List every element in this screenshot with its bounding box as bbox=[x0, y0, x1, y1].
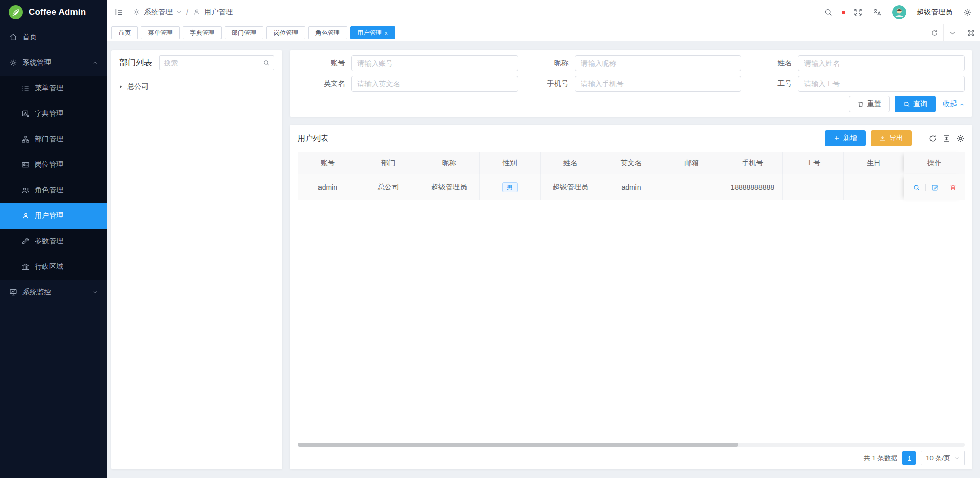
dept-panel: 部门列表 总公司 bbox=[111, 50, 282, 469]
table-toolbar: 用户列表 新增 导出 bbox=[290, 125, 972, 152]
tab-dict-mgmt[interactable]: 字典管理 bbox=[183, 26, 222, 39]
en-name-input[interactable] bbox=[351, 76, 518, 92]
sidebar-item-param-mgmt[interactable]: 参数管理 bbox=[0, 229, 107, 254]
horizontal-scrollbar[interactable] bbox=[298, 443, 965, 447]
column-header-nickname[interactable]: 昵称 bbox=[419, 152, 480, 174]
edit-icon[interactable] bbox=[931, 184, 939, 191]
tree-node-root[interactable]: 总公司 bbox=[111, 76, 282, 97]
row-height-icon[interactable] bbox=[942, 134, 951, 143]
cell-birthday bbox=[844, 174, 904, 200]
dept-search-input[interactable] bbox=[159, 55, 259, 70]
sidebar-item-region-mgmt[interactable]: 行政区域 bbox=[0, 254, 107, 280]
right-column: 账号 昵称 姓名 英文名 bbox=[290, 50, 972, 469]
app-logo: Coffee Admin bbox=[0, 0, 107, 24]
add-button[interactable]: 新增 bbox=[825, 130, 866, 146]
export-button[interactable]: 导出 bbox=[871, 130, 912, 146]
cell-job-no bbox=[783, 174, 844, 200]
chevron-down-icon bbox=[954, 456, 960, 461]
account-input[interactable] bbox=[351, 55, 518, 71]
chevron-down-icon bbox=[92, 289, 98, 295]
username-label[interactable]: 超级管理员 bbox=[917, 8, 952, 17]
sidebar-item-system-mgmt[interactable]: 系统管理 bbox=[0, 50, 107, 76]
divider bbox=[920, 134, 920, 143]
translate-icon[interactable] bbox=[873, 8, 882, 17]
caret-right-icon[interactable] bbox=[118, 84, 124, 89]
column-header-account[interactable]: 账号 bbox=[298, 152, 358, 174]
query-button[interactable]: 查询 bbox=[895, 96, 936, 112]
avatar[interactable] bbox=[892, 5, 906, 19]
wrench-icon bbox=[21, 237, 30, 245]
tab-role-mgmt[interactable]: 角色管理 bbox=[308, 26, 347, 39]
scrollbar-thumb[interactable] bbox=[298, 443, 738, 447]
column-header-email[interactable]: 邮箱 bbox=[662, 152, 722, 174]
cell-email bbox=[662, 174, 722, 200]
column-header-birthday[interactable]: 生日 bbox=[844, 152, 904, 174]
view-icon[interactable] bbox=[913, 184, 920, 191]
dept-panel-title: 部门列表 bbox=[119, 58, 152, 68]
user-table: 账号 部门 昵称 性别 姓名 英文名 邮箱 手机号 工号 生日 操作 bbox=[298, 152, 965, 200]
search-icon[interactable] bbox=[824, 8, 833, 17]
menu-fold-icon[interactable] bbox=[114, 8, 124, 17]
column-header-phone[interactable]: 手机号 bbox=[722, 152, 783, 174]
cell-name: 超级管理员 bbox=[541, 174, 601, 200]
table-row[interactable]: admin 总公司 超级管理员 男 超级管理员 admin 1888888888… bbox=[298, 174, 965, 200]
page-size-select[interactable]: 10 条/页 bbox=[921, 451, 965, 465]
id-card-icon bbox=[21, 161, 30, 169]
settings-gear-icon[interactable] bbox=[963, 8, 972, 17]
tab-close-icon[interactable]: x bbox=[385, 30, 388, 36]
reset-button[interactable]: 重置 bbox=[849, 96, 890, 112]
tree-node-label: 总公司 bbox=[127, 82, 149, 91]
search-icon bbox=[903, 100, 910, 108]
sidebar-item-user-mgmt[interactable]: 用户管理 bbox=[0, 203, 107, 229]
collapse-link[interactable]: 收起 bbox=[943, 99, 965, 109]
maximize-icon[interactable] bbox=[962, 24, 980, 41]
column-header-dept[interactable]: 部门 bbox=[358, 152, 419, 174]
phone-input[interactable] bbox=[575, 76, 742, 92]
bank-icon bbox=[21, 263, 30, 271]
column-header-job-no[interactable]: 工号 bbox=[783, 152, 844, 174]
org-chart-icon bbox=[21, 135, 30, 143]
sidebar-item-system-monitor[interactable]: 系统监控 bbox=[0, 280, 107, 305]
dept-search-button[interactable] bbox=[259, 55, 274, 70]
column-header-name[interactable]: 姓名 bbox=[541, 152, 601, 174]
tab-post-mgmt[interactable]: 岗位管理 bbox=[266, 26, 305, 39]
chevron-up-icon bbox=[92, 60, 98, 66]
table-header-row: 账号 部门 昵称 性别 姓名 英文名 邮箱 手机号 工号 生日 操作 bbox=[298, 152, 965, 174]
tab-menu-mgmt[interactable]: 菜单管理 bbox=[141, 26, 180, 39]
column-header-actions: 操作 bbox=[904, 152, 965, 174]
tab-user-mgmt[interactable]: 用户管理 x bbox=[350, 26, 395, 39]
job-no-input[interactable] bbox=[798, 76, 965, 92]
sidebar-item-home[interactable]: 首页 bbox=[0, 24, 107, 50]
fullscreen-icon[interactable] bbox=[853, 8, 863, 17]
dept-panel-header: 部门列表 bbox=[111, 50, 282, 76]
divider bbox=[944, 184, 944, 191]
sidebar-item-menu-mgmt[interactable]: 菜单管理 bbox=[0, 76, 107, 101]
chevron-down-icon[interactable] bbox=[943, 24, 962, 41]
cell-account: admin bbox=[298, 174, 358, 200]
column-header-en-name[interactable]: 英文名 bbox=[601, 152, 662, 174]
sidebar-item-post-mgmt[interactable]: 岗位管理 bbox=[0, 152, 107, 178]
name-input[interactable] bbox=[798, 55, 965, 71]
tab-home[interactable]: 首页 bbox=[111, 26, 138, 39]
chevron-down-icon[interactable] bbox=[176, 9, 182, 15]
content-area: 部门列表 总公司 账号 bbox=[107, 41, 980, 478]
breadcrumb-section[interactable]: 系统管理 bbox=[144, 8, 173, 17]
column-header-gender[interactable]: 性别 bbox=[480, 152, 541, 174]
refresh-icon[interactable] bbox=[925, 24, 943, 41]
app-window: Coffee Admin 首页 系统管理 菜单管理 字典管理 bbox=[0, 0, 980, 478]
topbar: 系统管理 / 用户管理 超级管理员 bbox=[107, 0, 980, 24]
user-icon bbox=[193, 8, 201, 16]
cell-gender: 男 bbox=[480, 174, 541, 200]
sidebar-item-dept-mgmt[interactable]: 部门管理 bbox=[0, 127, 107, 152]
column-settings-gear-icon[interactable] bbox=[956, 134, 965, 143]
page-button-1[interactable]: 1 bbox=[902, 451, 916, 465]
delete-icon[interactable] bbox=[949, 184, 957, 191]
user-icon bbox=[21, 212, 30, 220]
sidebar-item-dict-mgmt[interactable]: 字典管理 bbox=[0, 101, 107, 127]
tab-dept-mgmt[interactable]: 部门管理 bbox=[225, 26, 263, 39]
nickname-input[interactable] bbox=[575, 55, 742, 71]
table-empty-area bbox=[290, 200, 972, 443]
sidebar-item-role-mgmt[interactable]: 角色管理 bbox=[0, 178, 107, 203]
divider bbox=[925, 184, 926, 191]
refresh-icon[interactable] bbox=[928, 134, 937, 143]
